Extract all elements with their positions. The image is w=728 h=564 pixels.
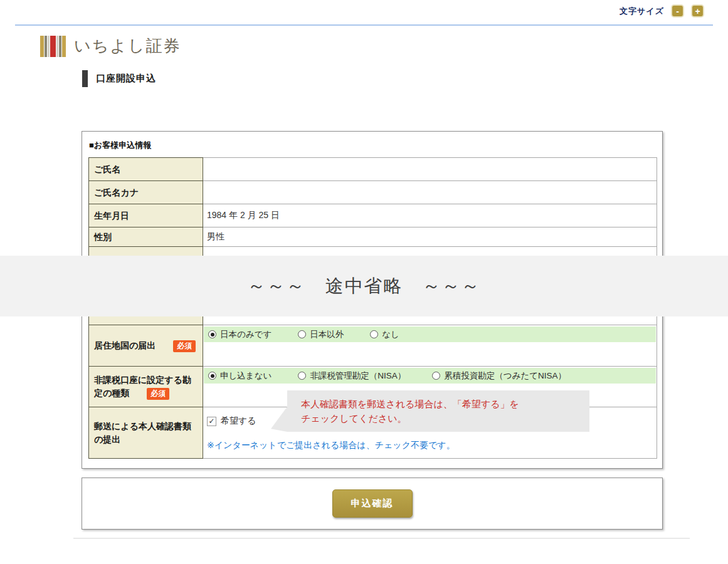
brand-logo: いちよし証券 — [40, 35, 181, 57]
page-title: 口座開設申込 — [82, 70, 156, 87]
radio-option-nisa[interactable]: 非課税管理勘定（NISA） — [298, 370, 406, 382]
row-label: 生年月日 — [94, 211, 129, 221]
radio-icon — [298, 372, 306, 380]
row-label: 性別 — [94, 232, 112, 242]
brand-stripes-icon — [40, 36, 66, 57]
radio-icon — [208, 372, 216, 380]
row-label: ご氏名 — [94, 164, 120, 174]
mail-checkbox-tooltip: 本人確認書類を郵送される場合は、「希望する」を チェックしてください。 — [287, 390, 589, 432]
radio-option-tsumitate-nisa[interactable]: 累積投資勘定（つみたてNISA） — [432, 370, 566, 382]
required-badge: 必須 — [147, 388, 169, 400]
checkbox-checked-icon[interactable]: ✓ — [207, 417, 216, 426]
page: 文字サイズ - + いちよし証券 口座開設申込 ■お客様申込情報 ご氏名 ご氏名… — [0, 0, 728, 564]
font-size-increase-button[interactable]: + — [691, 4, 704, 18]
required-badge: 必須 — [173, 340, 196, 352]
header-divider — [15, 24, 713, 26]
footer-divider — [73, 538, 690, 539]
radio-option-japan-only[interactable]: 日本のみです — [208, 329, 272, 340]
page-title-text: 口座開設申込 — [96, 73, 156, 85]
radio-icon — [432, 372, 440, 380]
radio-option-no-apply[interactable]: 申し込まない — [208, 370, 272, 382]
internet-submission-note: ※インターネットでご提出される場合は、チェック不要です。 — [207, 440, 657, 451]
table-row: ご氏名 — [89, 158, 657, 181]
nisa-options: 申し込まない 非課税管理勘定（NISA） 累積投資勘定（つみたてNISA） — [204, 368, 656, 384]
row-label: 郵送による本人確認書類の提出 — [94, 421, 191, 444]
residence-options: 日本のみです 日本以外 なし — [204, 326, 656, 342]
row-label: ご氏名カナ — [94, 187, 139, 197]
title-marker — [82, 70, 88, 87]
font-size-decrease-button[interactable]: - — [671, 4, 684, 18]
tooltip-line2: チェックしてください。 — [301, 411, 589, 426]
tooltip-line1: 本人確認書類を郵送される場合は、「希望する」を — [301, 397, 589, 411]
row-value — [203, 181, 657, 204]
brand-name: いちよし証券 — [74, 35, 181, 57]
table-row: 性別 男性 — [89, 227, 657, 247]
table-row: ご氏名カナ — [89, 181, 657, 204]
omission-banner: ～～～ 途中省略 ～～～ — [0, 256, 728, 316]
radio-icon — [298, 330, 306, 338]
row-value — [203, 158, 657, 181]
row-value: 男性 — [203, 227, 657, 247]
radio-option-none[interactable]: なし — [370, 329, 399, 340]
row-label: 居住地国の届出 — [94, 340, 156, 350]
table-row: 生年月日 1984 年 2 月 25 日 — [89, 204, 657, 227]
table-row-residence: 居住地国の届出必須 日本のみです 日本以外 なし — [89, 325, 657, 367]
font-size-toolbar: 文字サイズ - + — [620, 4, 704, 18]
row-value: 1984 年 2 月 25 日 — [203, 204, 657, 227]
application-confirm-button[interactable]: 申込確認 — [332, 489, 413, 518]
font-size-label: 文字サイズ — [620, 6, 664, 17]
submit-card: 申込確認 — [82, 478, 663, 530]
checkbox-label: 希望する — [221, 415, 256, 427]
section-title: ■お客様申込情報 — [89, 140, 151, 151]
radio-icon — [370, 330, 378, 338]
radio-option-outside-japan[interactable]: 日本以外 — [298, 329, 344, 340]
radio-icon — [208, 330, 216, 338]
checkmark-icon: ✓ — [208, 417, 214, 426]
row-label: 非課税口座に設定する勘定の種類 — [94, 375, 191, 398]
